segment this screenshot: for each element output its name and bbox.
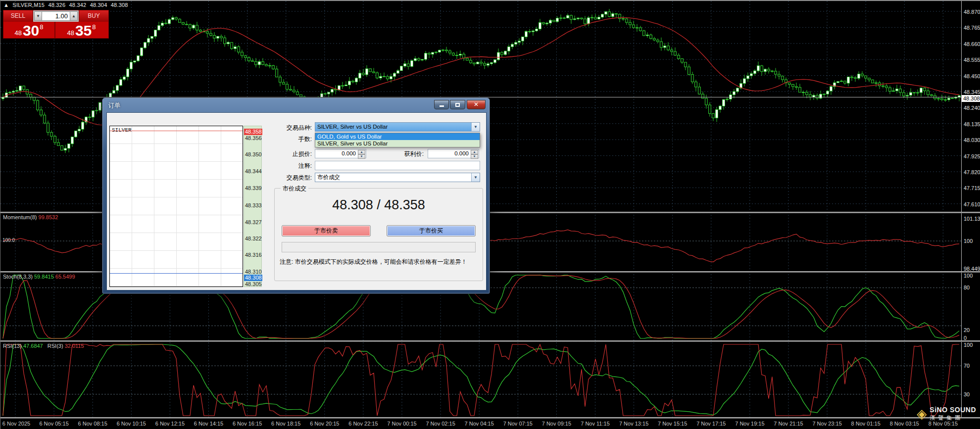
volume-input[interactable]: 1.00 bbox=[42, 11, 70, 21]
buy-price-big: 35 bbox=[75, 24, 92, 38]
rsi13-line bbox=[3, 344, 959, 416]
price-axis-label: 48.135 bbox=[964, 121, 980, 127]
sell-price-display[interactable]: 48 30 8 bbox=[3, 22, 55, 39]
dialog-title: 订单 bbox=[108, 101, 120, 110]
time-axis-label: 6 Nov 16:15 bbox=[233, 421, 262, 427]
volume-decrease-button[interactable]: ▼ bbox=[34, 11, 42, 21]
stoch-panel-title: Stoch(8,3,3) 59.8415 65.5499 bbox=[3, 274, 75, 280]
volume-increase-button[interactable]: ▲ bbox=[70, 11, 78, 21]
takeprofit-label: 获利价: bbox=[349, 150, 424, 158]
symbol-dropdown-item[interactable]: GOLD, Gold vs US Dollar bbox=[315, 133, 480, 140]
time-axis-label: 7 Nov 15:15 bbox=[658, 421, 687, 427]
buy-by-market-button[interactable]: 于市价买 bbox=[387, 225, 476, 237]
sell-button[interactable]: SELL bbox=[3, 10, 33, 22]
tick-chart-symbol: SILVER bbox=[112, 127, 132, 133]
ask-price-line bbox=[110, 131, 243, 131]
volume-label: 手数: bbox=[238, 135, 312, 143]
time-axis-label: 7 Nov 23:15 bbox=[812, 421, 841, 427]
time-axis-label: 6 Nov 18:15 bbox=[271, 421, 300, 427]
rsi-axis-label: 100 bbox=[964, 342, 980, 348]
chevron-down-icon[interactable]: ▼ bbox=[471, 173, 480, 182]
momentum-axis-label: 101.132 bbox=[964, 216, 980, 222]
market-execution-group-label: 市价成交 bbox=[281, 185, 308, 193]
takeprofit-spinner: ▲ ▼ bbox=[471, 150, 478, 157]
tick-scale-price: 48.339 bbox=[244, 185, 262, 191]
time-axis-label: 6 Nov 14:15 bbox=[194, 421, 223, 427]
rsi-axis-label: 30 bbox=[964, 391, 980, 397]
close-icon: ✕ bbox=[474, 100, 479, 109]
price-axis-label: 47.610 bbox=[964, 201, 980, 207]
price-axis-label: 48.555 bbox=[964, 57, 980, 63]
ohlc-open: 48.326 bbox=[48, 2, 65, 8]
tick-chart: SILVER bbox=[109, 126, 243, 287]
logo-cjk: 漢聲集團 bbox=[930, 414, 976, 422]
takeprofit-input[interactable]: 0.000 ▲ ▼ bbox=[428, 149, 479, 158]
price-axis-label: 47.820 bbox=[964, 169, 980, 175]
sell-price-big: 30 bbox=[23, 24, 39, 38]
buy-button[interactable]: BUY bbox=[79, 10, 108, 22]
ohlc-high: 48.342 bbox=[69, 2, 87, 8]
rsi-panel-title: RSI(13) 47.6847 RSI(3) 32.0115 bbox=[3, 343, 84, 349]
time-axis-label: 7 Nov 11:15 bbox=[581, 421, 610, 427]
tick-scale-price: 48.316 bbox=[244, 252, 262, 258]
momentum-axis-label: 100 bbox=[964, 238, 980, 244]
expand-arrow-icon[interactable]: ▲ bbox=[3, 2, 9, 8]
tick-scale-price-bid: 48.308 bbox=[244, 275, 262, 281]
price-axis-label: 48.765 bbox=[964, 25, 980, 31]
symbol-combobox[interactable]: SILVER, Silver vs US Dollar ▼ bbox=[315, 122, 480, 132]
symbol-dropdown-list: GOLD, Gold vs US DollarSILVER, Silver vs… bbox=[315, 133, 480, 147]
market-warning-text: 注意: 市价交易模式下的实际成交价格，可能会和请求价格有一定差异！ bbox=[280, 258, 482, 266]
chart-symbol-timeframe: SILVER,M15 bbox=[12, 2, 45, 8]
tick-scale-price: 48.327 bbox=[244, 219, 262, 226]
restore-icon bbox=[455, 103, 460, 107]
current-price-tag: 48.308 bbox=[962, 95, 980, 102]
rsi3-line bbox=[3, 344, 959, 416]
time-axis-label: 7 Nov 17:15 bbox=[696, 421, 726, 427]
stoch-name: Stoch(8,3,3) bbox=[3, 274, 33, 280]
time-axis-label: 6 Nov 22:15 bbox=[348, 421, 378, 427]
time-axis-label: 7 Nov 04:15 bbox=[465, 421, 494, 427]
window-top-edge bbox=[0, 0, 980, 1]
order-type-combobox[interactable]: 市价成交 ▼ bbox=[315, 173, 480, 182]
buy-price-prefix: 48 bbox=[67, 29, 74, 37]
time-axis-label: 7 Nov 07:15 bbox=[503, 421, 533, 427]
diamond-logo-icon: ◈ bbox=[917, 407, 927, 420]
restore-button[interactable] bbox=[450, 100, 465, 109]
order-dialog: 订单 ✕ SILVER 48.35848.35648.35048.34448.3… bbox=[102, 97, 490, 294]
stoch-axis-label: 100 bbox=[964, 273, 980, 279]
sell-price-prefix: 48 bbox=[14, 29, 21, 37]
time-axis-label: 6 Nov 12:15 bbox=[155, 421, 185, 427]
volume-stepper: ▼ 1.00 ▲ bbox=[33, 10, 79, 22]
time-axis[interactable]: 6 Nov 20256 Nov 05:156 Nov 08:156 Nov 10… bbox=[0, 419, 980, 429]
order-type-label: 交易类型: bbox=[238, 174, 312, 182]
tick-scale-price: 48.322 bbox=[244, 236, 262, 242]
ohlc-close: 48.308 bbox=[111, 2, 128, 8]
minimize-icon bbox=[440, 105, 444, 107]
market-execution-group: 市价成交 48.308 / 48.358 于市价卖 于市价买 注意: 市价交易模… bbox=[274, 188, 483, 281]
price-axis[interactable]: 48.308 48.87048.76548.66048.55548.45048.… bbox=[961, 1, 980, 418]
spin-up-icon[interactable]: ▲ bbox=[471, 150, 478, 154]
broker-logo: ◈ SiNO SOUND 漢聲集團 bbox=[917, 406, 976, 422]
bid-price-line bbox=[110, 273, 243, 274]
momentum-panel-title: Momentum(8) 99.8532 bbox=[3, 214, 58, 220]
rsi3-value: 32.0115 bbox=[65, 343, 84, 349]
panel-separator bbox=[0, 417, 980, 419]
buy-price-display[interactable]: 48 35 8 bbox=[55, 22, 107, 39]
price-axis-label: 47.715 bbox=[964, 185, 980, 191]
symbol-label: 交易品种: bbox=[238, 124, 312, 132]
panel-separator[interactable] bbox=[0, 340, 980, 342]
close-button[interactable]: ✕ bbox=[467, 100, 486, 109]
comment-input[interactable] bbox=[315, 161, 480, 170]
rsi13-name: RSI(13) bbox=[3, 343, 22, 349]
minimize-button[interactable] bbox=[434, 100, 449, 109]
chart-ohlc-header: ▲ SILVER,M15 48.326 48.342 48.304 48.308 bbox=[3, 2, 130, 8]
time-axis-label: 7 Nov 13:15 bbox=[619, 421, 648, 427]
sell-by-market-button[interactable]: 于市价卖 bbox=[282, 225, 371, 237]
dialog-client-area: SILVER 48.35848.35648.35048.34448.33948.… bbox=[106, 112, 487, 290]
time-axis-label: 8 Nov 01:15 bbox=[851, 421, 881, 427]
spin-down-icon[interactable]: ▼ bbox=[471, 154, 478, 159]
time-axis-label: 6 Nov 05:15 bbox=[39, 421, 68, 427]
symbol-dropdown-item[interactable]: SILVER, Silver vs US Dollar bbox=[315, 140, 480, 147]
chevron-down-icon[interactable]: ▼ bbox=[471, 123, 480, 131]
price-axis-label: 48.240 bbox=[964, 105, 980, 111]
